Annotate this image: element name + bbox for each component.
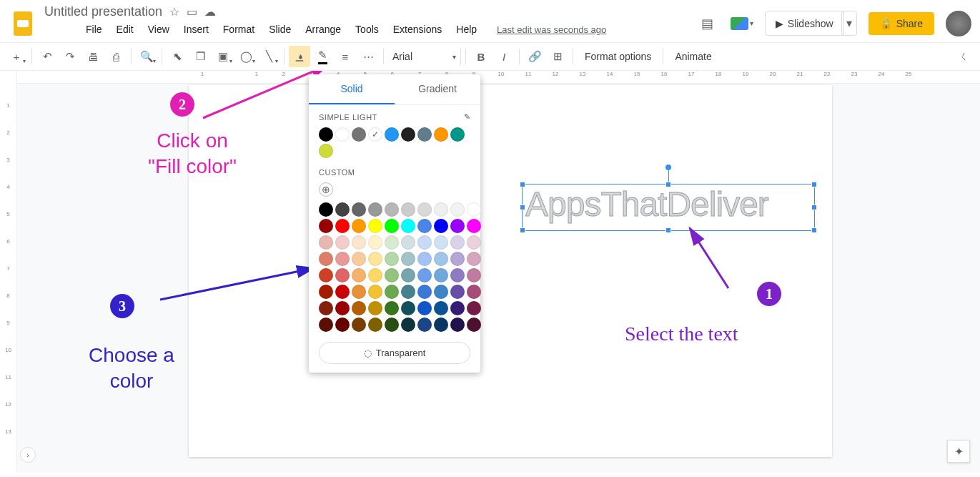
color-swatch[interactable]: [335, 301, 350, 315]
color-swatch[interactable]: [467, 235, 481, 250]
comment-button[interactable]: ⊞: [547, 46, 568, 67]
color-swatch[interactable]: [319, 252, 333, 266]
color-swatch[interactable]: [434, 252, 448, 266]
menu-file[interactable]: File: [80, 21, 108, 38]
fill-color-button[interactable]: [289, 46, 310, 67]
theme-swatch[interactable]: [401, 127, 415, 142]
color-swatch[interactable]: [385, 202, 399, 217]
resize-handle[interactable]: [520, 227, 525, 233]
border-dash-button[interactable]: ⋯: [357, 46, 379, 67]
color-swatch[interactable]: [385, 318, 399, 332]
link-button[interactable]: 🔗: [524, 46, 545, 67]
menu-help[interactable]: Help: [450, 21, 482, 38]
edit-theme-icon[interactable]: ✎: [464, 112, 471, 122]
color-swatch[interactable]: [434, 268, 448, 282]
new-slide-button[interactable]: +: [6, 46, 27, 67]
color-swatch[interactable]: [434, 202, 448, 217]
color-swatch[interactable]: [467, 219, 481, 233]
color-swatch[interactable]: [368, 252, 382, 266]
color-swatch[interactable]: [385, 252, 399, 266]
color-swatch[interactable]: [450, 202, 465, 217]
color-swatch[interactable]: [385, 301, 399, 315]
resize-handle[interactable]: [811, 227, 817, 233]
color-swatch[interactable]: [385, 285, 399, 299]
color-swatch[interactable]: [434, 318, 448, 332]
resize-handle[interactable]: [811, 205, 817, 210]
theme-swatch[interactable]: [368, 127, 382, 142]
color-swatch[interactable]: [401, 219, 415, 233]
resize-handle[interactable]: [520, 205, 525, 210]
menu-arrange[interactable]: Arrange: [300, 21, 347, 38]
meet-icon[interactable]: ▾: [731, 12, 753, 35]
color-swatch[interactable]: [417, 285, 432, 299]
color-swatch[interactable]: [352, 301, 366, 315]
resize-handle[interactable]: [520, 182, 525, 187]
slideshow-dropdown[interactable]: ▾: [841, 11, 857, 36]
color-swatch[interactable]: [467, 285, 481, 299]
theme-swatch[interactable]: [450, 127, 465, 142]
menu-view[interactable]: View: [142, 21, 175, 38]
color-swatch[interactable]: [450, 318, 465, 332]
tab-solid[interactable]: Solid: [309, 74, 395, 104]
tab-gradient[interactable]: Gradient: [395, 74, 480, 104]
line-tool[interactable]: ╲: [258, 46, 279, 67]
color-swatch[interactable]: [335, 235, 350, 250]
color-swatch[interactable]: [352, 252, 366, 266]
color-swatch[interactable]: [417, 301, 432, 315]
textbox-tool[interactable]: ❐: [189, 46, 211, 67]
slide-canvas[interactable]: AppsThatDeliver 2 Click on"Fill color" 1…: [189, 85, 832, 457]
color-swatch[interactable]: [417, 219, 432, 233]
explore-button[interactable]: ✦: [947, 440, 970, 463]
color-swatch[interactable]: [417, 202, 432, 217]
last-edit-link[interactable]: Last edit was seconds ago: [491, 21, 612, 38]
select-tool[interactable]: ⬉: [167, 46, 188, 67]
resize-handle[interactable]: [665, 227, 671, 233]
color-swatch[interactable]: [385, 268, 399, 282]
color-swatch[interactable]: [335, 252, 350, 266]
color-swatch[interactable]: [417, 318, 432, 332]
format-options-button[interactable]: Format options: [578, 48, 658, 65]
theme-swatch[interactable]: [434, 127, 448, 142]
theme-swatch[interactable]: [385, 127, 399, 142]
color-swatch[interactable]: [417, 252, 432, 266]
slides-logo[interactable]: [9, 9, 37, 38]
menu-slide[interactable]: Slide: [263, 21, 297, 38]
color-swatch[interactable]: [450, 252, 465, 266]
color-swatch[interactable]: [352, 285, 366, 299]
color-swatch[interactable]: [319, 219, 333, 233]
color-swatch[interactable]: [401, 301, 415, 315]
color-swatch[interactable]: [368, 318, 382, 332]
color-swatch[interactable]: [335, 202, 350, 217]
menu-extensions[interactable]: Extensions: [387, 21, 447, 38]
color-swatch[interactable]: [401, 268, 415, 282]
color-swatch[interactable]: [368, 235, 382, 250]
color-swatch[interactable]: [434, 235, 448, 250]
redo-button[interactable]: ↷: [59, 46, 81, 67]
color-swatch[interactable]: [335, 318, 350, 332]
paint-format-button[interactable]: ⎙: [105, 46, 127, 67]
color-swatch[interactable]: [368, 219, 382, 233]
color-swatch[interactable]: [352, 268, 366, 282]
resize-handle[interactable]: [665, 182, 671, 187]
theme-swatch[interactable]: [319, 127, 333, 142]
border-color-button[interactable]: ✎: [312, 46, 333, 67]
color-swatch[interactable]: [417, 235, 432, 250]
color-swatch[interactable]: [401, 252, 415, 266]
theme-swatch[interactable]: [417, 127, 432, 142]
color-swatch[interactable]: [467, 252, 481, 266]
rotate-handle[interactable]: [665, 164, 671, 170]
color-swatch[interactable]: [319, 318, 333, 332]
collapse-toolbar-icon[interactable]: ㄑ: [953, 46, 974, 67]
color-swatch[interactable]: [368, 285, 382, 299]
doc-title[interactable]: Untitled presentation: [44, 4, 162, 19]
theme-swatch[interactable]: [319, 144, 333, 158]
menu-edit[interactable]: Edit: [111, 21, 139, 38]
account-avatar[interactable]: [946, 11, 971, 36]
color-swatch[interactable]: [385, 219, 399, 233]
wordart-selection[interactable]: AppsThatDeliver: [522, 184, 815, 231]
color-swatch[interactable]: [467, 268, 481, 282]
color-swatch[interactable]: [352, 318, 366, 332]
color-swatch[interactable]: [467, 202, 481, 217]
border-weight-button[interactable]: ≡: [335, 46, 356, 67]
theme-swatch[interactable]: [335, 127, 350, 142]
